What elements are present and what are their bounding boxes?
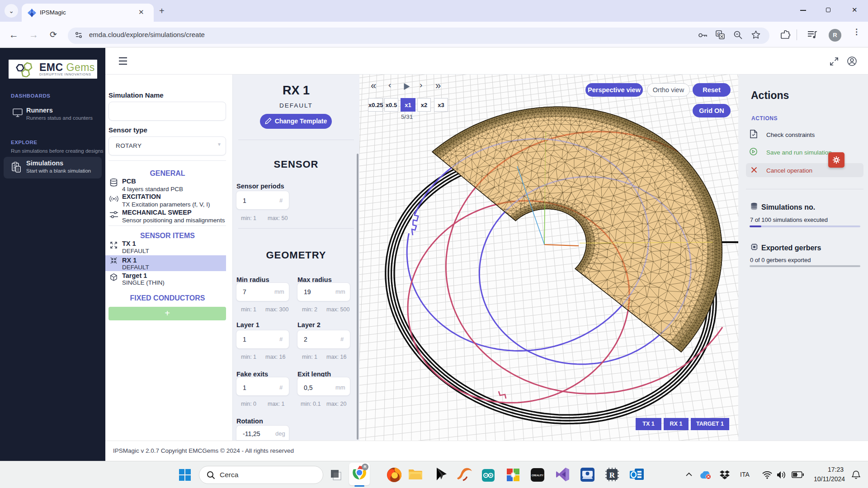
svg-text:R: R bbox=[609, 471, 615, 479]
svg-text:CREALITY: CREALITY bbox=[532, 474, 543, 477]
